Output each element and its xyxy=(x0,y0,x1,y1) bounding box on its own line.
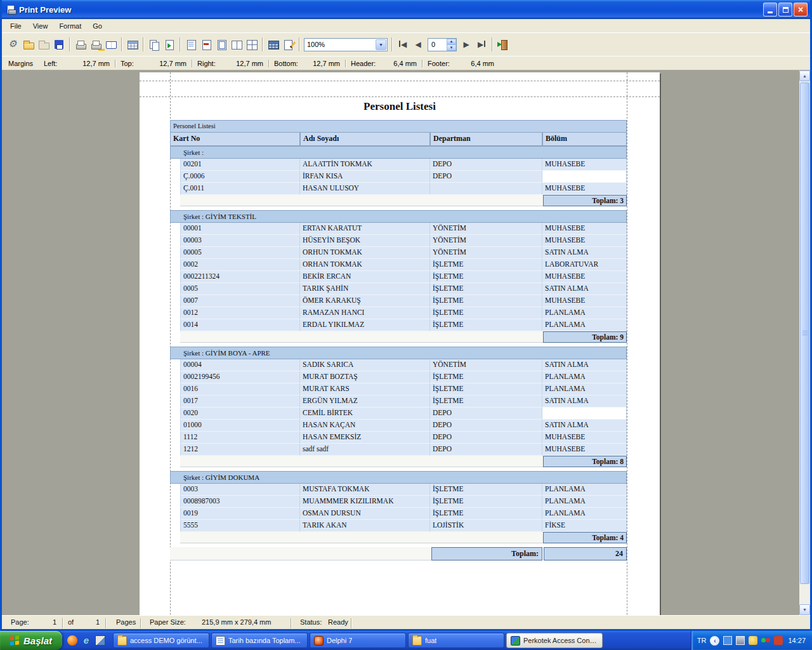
print-options-button[interactable] xyxy=(88,37,103,52)
zoom-select[interactable]: 100% ▼ xyxy=(304,38,388,51)
menu-go[interactable]: Go xyxy=(87,20,108,32)
gray-device-tray-icon[interactable] xyxy=(736,636,745,645)
pages-four-button[interactable] xyxy=(244,37,259,52)
table-cell: PLANLAMA xyxy=(542,307,627,319)
taskbar-button[interactable]: access DEMO görünt... xyxy=(113,633,209,648)
table-row: 1212sadf sadfDEPOMUHASEBE xyxy=(180,444,627,456)
delphi-icon xyxy=(314,636,324,646)
table-row: 5555TARIK AKANLOJİSTİKFİKSE xyxy=(180,520,627,532)
vertical-scrollbar[interactable]: ▲ ▼ xyxy=(799,70,810,615)
scroll-up-icon[interactable]: ▲ xyxy=(799,70,810,81)
taskbar-button[interactable]: Delphi 7 xyxy=(310,633,406,648)
table-cell xyxy=(542,408,627,420)
copy-pages-button[interactable] xyxy=(147,37,162,52)
title-bar: Print Preview × xyxy=(2,0,810,19)
table-cell: PLANLAMA xyxy=(542,319,627,331)
menu-view[interactable]: View xyxy=(27,20,54,32)
group-total: Toplam: 4 xyxy=(543,532,627,543)
table-cell: SATIN ALMA xyxy=(542,395,627,408)
table-cell: 1112 xyxy=(180,432,300,444)
book-button[interactable] xyxy=(103,37,119,52)
start-button[interactable]: Başlat xyxy=(0,631,62,650)
taskbar-button-label: Delphi 7 xyxy=(327,637,352,644)
spin-up-icon[interactable]: ▲ xyxy=(447,39,456,45)
toolbar-separator xyxy=(143,37,144,51)
report-title: Personel Listesi xyxy=(140,100,660,113)
page-refresh-button[interactable] xyxy=(162,37,177,52)
maximize-button[interactable] xyxy=(778,3,792,17)
first-page-button[interactable]: ◀ xyxy=(395,37,410,52)
taskbar-button[interactable]: fuat xyxy=(408,633,504,648)
table-grid-button[interactable] xyxy=(125,37,140,52)
first-page-icon xyxy=(399,40,401,49)
margins-bar: Margins Left:12,7 mmTop:12,7 mmRight:12,… xyxy=(2,56,810,70)
menu-format[interactable]: Format xyxy=(53,20,87,32)
scrollbar-thumb[interactable] xyxy=(800,83,809,584)
table-cell: 5555 xyxy=(180,520,300,532)
table-cell: SADIK SARICA xyxy=(300,359,430,371)
group-total: Toplam: 8 xyxy=(543,456,627,467)
table-cell: ERDAL YIKILMAZ xyxy=(300,319,430,331)
prev-page-button[interactable]: ◀ xyxy=(410,37,426,52)
next-page-button[interactable]: ▶ xyxy=(459,37,474,52)
language-indicator[interactable]: TR xyxy=(697,637,707,644)
task-buttons: access DEMO görünt...Tarih bazında Topla… xyxy=(110,631,605,650)
table-cell: DEPO xyxy=(430,420,542,432)
scroll-down-icon[interactable]: ▼ xyxy=(799,604,810,615)
margin-label: Right: xyxy=(197,60,216,67)
red-app-tray-icon[interactable] xyxy=(774,636,783,645)
internet-explorer-icon[interactable]: e xyxy=(81,635,91,646)
print-button[interactable] xyxy=(73,37,88,52)
preview-area[interactable]: Personel Listesi Personel Listesi Kart N… xyxy=(2,70,810,615)
menu-file[interactable]: File xyxy=(4,20,27,32)
printer-setup-button[interactable] xyxy=(6,37,21,52)
table-cell: DEPO xyxy=(430,444,542,456)
table-row: 00201ALAATTİN TOKMAKDEPOMUHASEBE xyxy=(180,159,627,171)
maximize-icon xyxy=(783,7,789,13)
page-edit-button[interactable] xyxy=(281,37,296,52)
status-page-value: 1 xyxy=(46,618,56,626)
table-cell: YÖNETİM xyxy=(430,359,542,371)
copy-pages-icon xyxy=(148,39,160,50)
table-cell: MUAMMMER KIZILIRMAK xyxy=(300,496,430,508)
table-cell: MUHASEBE xyxy=(542,235,627,247)
grid-dark-button[interactable] xyxy=(266,37,281,52)
table-cell: OSMAN DURSUN xyxy=(300,508,430,520)
margin-value: 6,4 mm xyxy=(393,60,417,67)
table-cell: SATIN ALMA xyxy=(542,420,627,432)
page-number-input[interactable]: 0 ▲ ▼ xyxy=(428,38,457,51)
table-cell: PLANLAMA xyxy=(542,508,627,520)
launcher-round-icon[interactable] xyxy=(67,635,77,646)
table-cell: 0002199456 xyxy=(180,371,300,383)
folder-closed-button[interactable] xyxy=(36,37,51,52)
table-row: 00005ORHUN TOKMAKYÖNETİMSATIN ALMA xyxy=(180,247,627,259)
folder-open-button[interactable] xyxy=(21,37,36,52)
save-button[interactable] xyxy=(51,37,67,52)
exit-preview-button[interactable] xyxy=(495,37,511,52)
group-header: Şirket : GİYİM DOKUMA xyxy=(170,471,627,484)
page-width-button[interactable] xyxy=(199,37,214,52)
last-page-button[interactable]: ▶ xyxy=(474,37,489,52)
page-frame-button[interactable] xyxy=(214,37,229,52)
monitor-tray-icon[interactable] xyxy=(723,636,732,645)
taskbar-button[interactable]: Perkotek Access Control xyxy=(506,633,603,648)
table-cell: ORHAN TOKMAK xyxy=(300,259,430,271)
right-margin-guide xyxy=(627,72,627,615)
show-desktop-icon[interactable] xyxy=(95,635,105,646)
minimize-button[interactable] xyxy=(763,3,777,17)
page-whole-button[interactable] xyxy=(183,37,199,52)
hide-icons-chevron-icon[interactable]: ‹ xyxy=(710,636,719,646)
close-button[interactable]: × xyxy=(794,3,808,17)
key-tray-icon[interactable] xyxy=(749,636,757,645)
chevron-down-icon[interactable]: ▼ xyxy=(376,39,386,50)
pages-two-button[interactable] xyxy=(229,37,244,52)
taskbar-button[interactable]: Tarih bazında Toplam... xyxy=(211,633,308,648)
spin-down-icon[interactable]: ▼ xyxy=(447,44,456,51)
save-icon xyxy=(53,39,65,50)
margins-label: Margins xyxy=(8,60,44,67)
doc-icon xyxy=(216,636,225,646)
margin-label: Header: xyxy=(351,60,376,67)
traffic-light-tray-icon[interactable] xyxy=(761,636,770,645)
toolbar-separator xyxy=(492,37,493,51)
column-header: Adı Soyadı xyxy=(300,133,430,146)
